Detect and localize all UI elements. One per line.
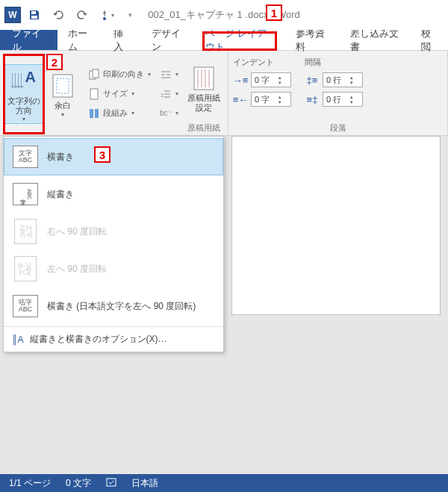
title-bar: W ▾ ▾ 002_01_キャプチャ 1 .docx - Word <box>0 0 448 30</box>
separator <box>4 326 223 327</box>
horizontal-text-icon: 文字ABC <box>13 146 38 168</box>
group-label-paragraph: 段落 <box>233 121 443 134</box>
rotate-right-icon: 文字ABC <box>14 219 37 244</box>
status-proofing-icon[interactable] <box>106 477 116 490</box>
dd-vertical[interactable]: 文字ABC 縦書き <box>4 175 223 213</box>
dd-rotate-right: 文字ABC 右へ 90 度回転 <box>4 213 223 250</box>
tab-references[interactable]: 参考資料 <box>285 30 340 50</box>
callout-3-num: 3 <box>94 146 111 163</box>
svg-rect-1 <box>31 16 37 19</box>
breaks-button[interactable]: ▾ <box>158 66 180 83</box>
svg-rect-8 <box>90 109 93 118</box>
text-direction-dropdown: 文字ABC 横書き 文字ABC 縦書き 文字ABC 右へ 90 度回転 文字AB… <box>3 136 224 352</box>
redo-button[interactable] <box>72 4 93 25</box>
text-direction-options-icon: ║A <box>11 334 24 345</box>
dd-horizontal[interactable]: 文字ABC 横書き <box>4 138 223 175</box>
svg-rect-7 <box>90 89 98 99</box>
tab-home[interactable]: ホーム <box>57 30 104 50</box>
callout-1-box <box>202 31 277 51</box>
tab-review[interactable]: 校閲 <box>411 30 448 50</box>
indent-left-icon: →≡ <box>233 75 248 86</box>
status-page[interactable]: 1/1 ページ <box>9 477 51 490</box>
svg-rect-0 <box>31 11 36 14</box>
touch-mode-button[interactable]: ▾ <box>96 4 116 25</box>
tab-insert[interactable]: 挿入 <box>103 30 140 50</box>
document-page[interactable] <box>231 136 441 315</box>
tab-mailings[interactable]: 差し込み文書 <box>340 30 411 50</box>
callout-2-num: 2 <box>46 54 63 70</box>
svg-rect-11 <box>194 67 214 90</box>
rotate-left-icon: 文字ABC <box>14 256 37 281</box>
undo-button[interactable] <box>48 4 69 25</box>
line-numbers-button[interactable]: 1▾ <box>158 86 180 102</box>
spacing-heading: 間隔 <box>305 57 363 68</box>
orientation-button[interactable]: 印刷の向き▾ <box>87 66 152 83</box>
manuscript-icon <box>190 65 217 92</box>
callout-1-num: 1 <box>266 4 282 21</box>
quick-access-toolbar: W ▾ ▾ <box>0 4 140 25</box>
tab-design[interactable]: デザイン <box>141 30 196 50</box>
margins-icon <box>49 72 76 99</box>
horizontal-rotated-icon: 㕶字ABC <box>13 295 38 317</box>
qat-customize-button[interactable]: ▾ <box>119 4 140 25</box>
space-before-icon: ‡≡ <box>305 75 320 86</box>
callout-2-box <box>3 54 45 134</box>
indent-heading: インデント <box>233 57 291 68</box>
columns-button[interactable]: 段組み▾ <box>87 105 152 122</box>
hyphenation-button[interactable]: bc⁻▾ <box>158 105 180 122</box>
svg-point-2 <box>103 17 106 20</box>
tab-file[interactable]: ファイル <box>0 30 57 50</box>
word-app-icon[interactable]: W <box>4 7 21 23</box>
space-after-icon: ≡‡ <box>305 94 320 105</box>
svg-rect-6 <box>93 69 99 78</box>
save-button[interactable] <box>24 4 45 25</box>
group-label-manuscript: 原稿用紙 <box>184 121 223 134</box>
manuscript-paper-button[interactable]: 原稿用紙 設定 <box>184 57 223 117</box>
indent-right-icon: ≡← <box>233 94 248 105</box>
indent-right-field[interactable]: ≡←0 字▴▾ <box>233 92 291 107</box>
chevron-down-icon: ▾ <box>61 111 64 118</box>
indent-left-field[interactable]: →≡0 字▴▾ <box>233 72 291 87</box>
space-after-field[interactable]: ≡‡0 行▴▾ <box>305 92 363 107</box>
space-before-field[interactable]: ‡≡0 行▴▾ <box>305 72 363 87</box>
ribbon: A 文字列の 方向 ▾ 余白 ▾ 印刷の向き▾ サイズ▾ 段組み▾ ▾ 1▾ b… <box>0 51 448 136</box>
dd-rotate-left: 文字ABC 左へ 90 度回転 <box>4 250 223 287</box>
dd-horizontal-rotated[interactable]: 㕶字ABC 横書き (日本語文字を左へ 90 度回転) <box>4 287 223 325</box>
dd-options[interactable]: ║A 縦書きと横書きのオプション(X)… <box>4 328 223 350</box>
status-bar: 1/1 ページ 0 文字 日本語 <box>0 474 448 492</box>
status-language[interactable]: 日本語 <box>131 477 158 490</box>
svg-text:1: 1 <box>161 92 164 99</box>
vertical-text-icon: 文字ABC <box>13 183 38 205</box>
status-words[interactable]: 0 文字 <box>66 477 91 490</box>
size-button[interactable]: サイズ▾ <box>87 86 152 102</box>
svg-rect-9 <box>95 109 99 118</box>
margins-button[interactable]: 余白 ▾ <box>43 64 82 124</box>
svg-rect-12 <box>107 479 116 486</box>
